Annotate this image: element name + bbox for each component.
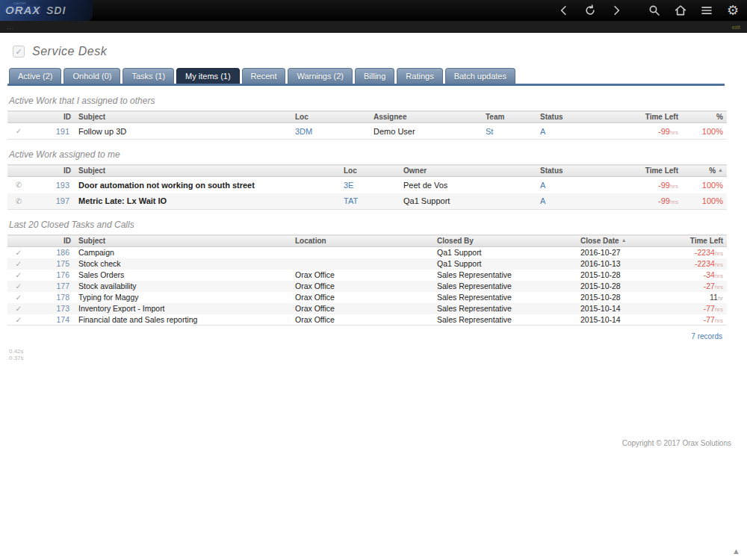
perf-time-1: 0.42s: [9, 348, 747, 355]
row-status: A: [536, 123, 613, 140]
column-subject[interactable]: Subject: [75, 235, 291, 247]
column-status[interactable]: Status: [536, 165, 613, 177]
column-subject[interactable]: Subject: [75, 111, 291, 123]
row-location: Orax Office: [291, 303, 433, 314]
back-icon[interactable]: [557, 4, 571, 17]
overflow-dots-button[interactable]: ...: [7, 24, 14, 31]
column-icon: [7, 165, 30, 177]
row-id-link[interactable]: 186: [30, 247, 75, 258]
row-time-left: -99hrs: [613, 123, 682, 140]
forward-icon[interactable]: [610, 4, 623, 17]
row-close-date: 2016-10-13: [577, 258, 657, 270]
row-team: St: [482, 123, 536, 140]
row-id-link[interactable]: 176: [30, 270, 75, 281]
copyright-text: Copyright © 2017 Orax Solutions: [622, 439, 731, 447]
row-status: A: [536, 193, 613, 210]
column-pct-sorted[interactable]: %▲: [682, 165, 727, 177]
row-time-left: -34hrs: [657, 270, 727, 281]
column-assignee[interactable]: Assignee: [370, 111, 482, 123]
tab-recent[interactable]: Recent: [242, 68, 286, 84]
row-subject: Follow up 3D: [75, 123, 291, 140]
column-time-left[interactable]: Time Left: [613, 165, 682, 177]
row-close-date: 2015-10-28: [577, 281, 657, 292]
table-row[interactable]: ✓ 191 Follow up 3D 3DM Demo User St A -9…: [7, 123, 727, 140]
tab-onhold[interactable]: Onhold (0): [63, 68, 120, 84]
table-header-row: ID Subject Location Closed By Close Date…: [7, 235, 727, 247]
column-owner[interactable]: Owner: [400, 165, 536, 177]
column-id[interactable]: ID: [30, 235, 75, 247]
row-subject: Inventory Export - Import: [75, 303, 291, 314]
row-subject: Campaign: [75, 247, 291, 258]
column-subject[interactable]: Subject: [75, 165, 340, 177]
tab-tasks[interactable]: Tasks (1): [123, 68, 174, 84]
closed-tasks-table: ID Subject Location Closed By Close Date…: [7, 234, 727, 326]
row-closed-by: Qa1 Support: [433, 258, 577, 270]
row-id-link[interactable]: 191: [30, 123, 75, 140]
row-closed-by: Sales Representative: [433, 292, 577, 303]
tab-underline: [7, 84, 725, 86]
row-subject: Door automation not working on south str…: [75, 177, 340, 193]
logo-product-text: SDI: [46, 4, 66, 16]
settings-gear-icon[interactable]: ⚙: [726, 4, 740, 17]
table-row[interactable]: ✓174Financial date and Sales reportingOr…: [7, 314, 727, 326]
row-id-link[interactable]: 173: [30, 303, 75, 314]
assigned-to-me-table: ID Subject Loc Owner Status Time Left %▲…: [7, 164, 727, 210]
column-id[interactable]: ID: [30, 111, 75, 123]
row-owner: Peet de Vos: [400, 177, 536, 193]
section-title-closed: Last 20 Closed Tasks and Calls: [9, 220, 747, 230]
tab-active[interactable]: Active (2): [9, 68, 61, 84]
orax-sdi-logo[interactable]: carrier ORAX SDI: [0, 0, 93, 21]
table-row[interactable]: ✓176Sales OrdersOrax OfficeSales Represe…: [7, 270, 727, 281]
page-title: Service Desk: [32, 45, 107, 58]
column-status[interactable]: Status: [536, 111, 613, 123]
row-id-link[interactable]: 174: [30, 314, 75, 326]
page-header: ✓ Service Desk: [0, 33, 747, 58]
column-time-left[interactable]: Time Left: [613, 111, 682, 123]
search-icon[interactable]: [648, 4, 661, 17]
row-time-left: -77hrs: [657, 303, 727, 314]
tab-warnings[interactable]: Warnings (2): [288, 68, 353, 84]
column-id[interactable]: ID: [30, 165, 75, 177]
table-row[interactable]: ✆ 197 Metric Late: Lx Wait IO TAT Qa1 Su…: [7, 193, 727, 210]
table-row[interactable]: ✓177Stock availabilityOrax OfficeSales R…: [7, 281, 727, 292]
menu-icon[interactable]: [700, 4, 713, 17]
tab-batch-updates[interactable]: Batch updates: [445, 68, 515, 84]
table-row[interactable]: ✓175Stock checkQa1 Support2016-10-13-223…: [7, 258, 727, 270]
column-time-left[interactable]: Time Left: [657, 235, 727, 247]
table-row[interactable]: ✆ 193 Door automation not working on sou…: [7, 177, 727, 193]
row-location: Orax Office: [291, 270, 433, 281]
task-check-icon: ✓: [7, 281, 30, 292]
row-time-left: -99hrs: [613, 177, 682, 193]
row-id-link[interactable]: 175: [30, 258, 75, 270]
table-row[interactable]: ✓186CampaignQa1 Support2016-10-27-2234hr…: [7, 247, 727, 258]
row-location: Orax Office: [291, 292, 433, 303]
task-check-icon: ✓: [7, 123, 30, 140]
column-location[interactable]: Location: [291, 235, 433, 247]
refresh-icon[interactable]: [583, 4, 597, 17]
table-row[interactable]: ✓173Inventory Export - ImportOrax Office…: [7, 303, 727, 314]
column-loc[interactable]: Loc: [291, 111, 370, 123]
column-closed-by[interactable]: Closed By: [433, 235, 577, 247]
scroll-to-top-icon[interactable]: ▲: [732, 547, 740, 556]
tab-billing[interactable]: Billing: [355, 68, 394, 84]
row-close-date: 2015-10-14: [577, 314, 657, 326]
row-status: A: [536, 177, 613, 193]
edit-link[interactable]: edit: [732, 25, 740, 30]
row-location: Orax Office: [291, 314, 433, 326]
performance-stats: 0.42s 0.37s: [9, 348, 747, 361]
column-close-date-sorted[interactable]: Close Date▲: [577, 235, 657, 247]
tab-ratings[interactable]: Ratings: [397, 68, 442, 84]
row-id-link[interactable]: 197: [30, 193, 75, 210]
column-pct[interactable]: %: [682, 111, 727, 123]
tab-my-items[interactable]: My items (1): [176, 68, 240, 84]
row-id-link[interactable]: 178: [30, 292, 75, 303]
column-team[interactable]: Team: [482, 111, 536, 123]
records-count-link[interactable]: 7 records: [691, 332, 722, 340]
home-icon[interactable]: [674, 4, 687, 17]
task-check-icon: ✓: [7, 258, 30, 270]
call-icon: ✆: [7, 177, 30, 193]
row-id-link[interactable]: 177: [30, 281, 75, 292]
row-id-link[interactable]: 193: [30, 177, 75, 193]
table-row[interactable]: ✓178Typing for MaggyOrax OfficeSales Rep…: [7, 292, 727, 303]
column-loc[interactable]: Loc: [340, 165, 400, 177]
